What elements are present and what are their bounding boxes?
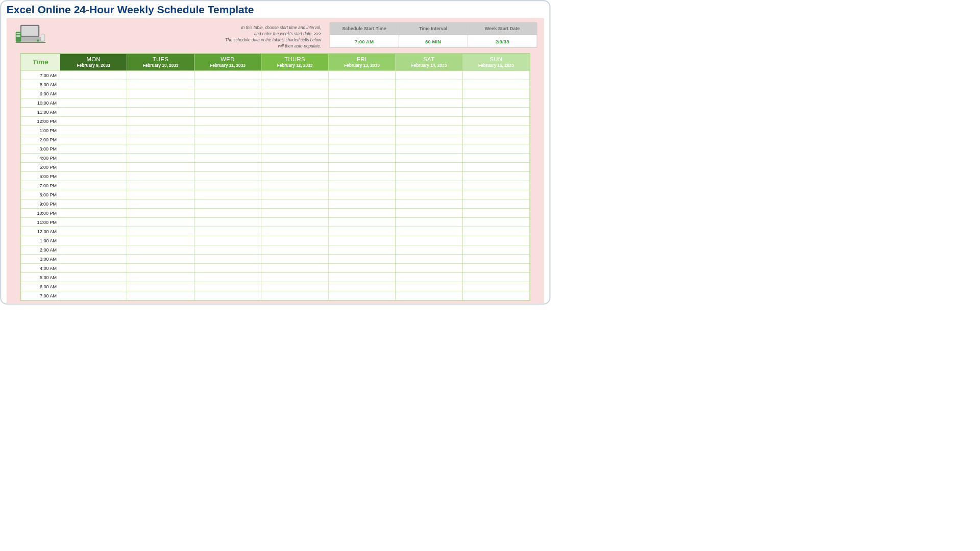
schedule-cell[interactable] xyxy=(261,171,328,181)
schedule-cell[interactable] xyxy=(60,98,127,107)
schedule-cell[interactable] xyxy=(396,227,462,236)
schedule-cell[interactable] xyxy=(261,181,328,190)
schedule-cell[interactable] xyxy=(261,98,328,107)
schedule-cell[interactable] xyxy=(396,80,462,89)
schedule-cell[interactable] xyxy=(127,254,194,263)
schedule-cell[interactable] xyxy=(396,70,462,80)
schedule-cell[interactable] xyxy=(462,153,529,162)
schedule-cell[interactable] xyxy=(127,199,194,208)
schedule-cell[interactable] xyxy=(328,254,395,263)
schedule-cell[interactable] xyxy=(60,227,127,236)
schedule-cell[interactable] xyxy=(396,217,462,227)
schedule-cell[interactable] xyxy=(60,236,127,245)
schedule-cell[interactable] xyxy=(127,80,194,89)
schedule-cell[interactable] xyxy=(328,126,395,135)
schedule-cell[interactable] xyxy=(194,171,261,181)
schedule-cell[interactable] xyxy=(261,282,328,291)
schedule-cell[interactable] xyxy=(261,245,328,254)
schedule-cell[interactable] xyxy=(328,227,395,236)
schedule-cell[interactable] xyxy=(328,245,395,254)
schedule-cell[interactable] xyxy=(60,171,127,181)
schedule-cell[interactable] xyxy=(127,263,194,272)
schedule-cell[interactable] xyxy=(261,227,328,236)
schedule-cell[interactable] xyxy=(396,144,462,153)
schedule-cell[interactable] xyxy=(60,70,127,80)
schedule-cell[interactable] xyxy=(261,116,328,126)
schedule-cell[interactable] xyxy=(127,135,194,144)
schedule-cell[interactable] xyxy=(261,107,328,116)
schedule-cell[interactable] xyxy=(462,236,529,245)
schedule-cell[interactable] xyxy=(328,217,395,227)
schedule-cell[interactable] xyxy=(396,171,462,181)
schedule-cell[interactable] xyxy=(328,80,395,89)
schedule-cell[interactable] xyxy=(194,291,261,300)
schedule-cell[interactable] xyxy=(462,116,529,126)
schedule-cell[interactable] xyxy=(462,135,529,144)
schedule-cell[interactable] xyxy=(261,135,328,144)
schedule-cell[interactable] xyxy=(396,199,462,208)
schedule-cell[interactable] xyxy=(396,190,462,199)
schedule-cell[interactable] xyxy=(194,254,261,263)
schedule-cell[interactable] xyxy=(194,116,261,126)
schedule-cell[interactable] xyxy=(60,89,127,98)
schedule-cell[interactable] xyxy=(328,116,395,126)
schedule-cell[interactable] xyxy=(194,153,261,162)
schedule-cell[interactable] xyxy=(194,245,261,254)
schedule-cell[interactable] xyxy=(396,181,462,190)
schedule-cell[interactable] xyxy=(60,217,127,227)
schedule-cell[interactable] xyxy=(328,107,395,116)
schedule-cell[interactable] xyxy=(328,153,395,162)
schedule-cell[interactable] xyxy=(194,89,261,98)
schedule-cell[interactable] xyxy=(194,190,261,199)
schedule-cell[interactable] xyxy=(60,153,127,162)
schedule-cell[interactable] xyxy=(194,98,261,107)
schedule-cell[interactable] xyxy=(261,80,328,89)
schedule-cell[interactable] xyxy=(60,272,127,282)
schedule-cell[interactable] xyxy=(462,70,529,80)
schedule-cell[interactable] xyxy=(328,208,395,217)
schedule-cell[interactable] xyxy=(127,98,194,107)
schedule-cell[interactable] xyxy=(60,181,127,190)
schedule-cell[interactable] xyxy=(127,126,194,135)
schedule-cell[interactable] xyxy=(396,126,462,135)
schedule-cell[interactable] xyxy=(462,126,529,135)
schedule-cell[interactable] xyxy=(462,263,529,272)
schedule-cell[interactable] xyxy=(127,272,194,282)
schedule-cell[interactable] xyxy=(396,282,462,291)
schedule-cell[interactable] xyxy=(261,89,328,98)
schedule-cell[interactable] xyxy=(462,208,529,217)
schedule-cell[interactable] xyxy=(194,199,261,208)
schedule-cell[interactable] xyxy=(261,254,328,263)
schedule-cell[interactable] xyxy=(396,263,462,272)
schedule-cell[interactable] xyxy=(60,80,127,89)
schedule-cell[interactable] xyxy=(396,162,462,171)
schedule-cell[interactable] xyxy=(127,70,194,80)
schedule-cell[interactable] xyxy=(328,181,395,190)
schedule-cell[interactable] xyxy=(462,144,529,153)
schedule-cell[interactable] xyxy=(396,107,462,116)
schedule-cell[interactable] xyxy=(60,199,127,208)
schedule-cell[interactable] xyxy=(194,107,261,116)
schedule-cell[interactable] xyxy=(60,126,127,135)
schedule-cell[interactable] xyxy=(261,272,328,282)
schedule-cell[interactable] xyxy=(462,245,529,254)
schedule-cell[interactable] xyxy=(127,144,194,153)
schedule-cell[interactable] xyxy=(127,245,194,254)
schedule-cell[interactable] xyxy=(261,291,328,300)
schedule-cell[interactable] xyxy=(127,236,194,245)
schedule-cell[interactable] xyxy=(127,153,194,162)
schedule-cell[interactable] xyxy=(127,162,194,171)
schedule-cell[interactable] xyxy=(60,116,127,126)
schedule-cell[interactable] xyxy=(396,208,462,217)
schedule-cell[interactable] xyxy=(60,282,127,291)
schedule-cell[interactable] xyxy=(328,89,395,98)
schedule-cell[interactable] xyxy=(462,171,529,181)
schedule-cell[interactable] xyxy=(261,199,328,208)
schedule-cell[interactable] xyxy=(328,162,395,171)
schedule-cell[interactable] xyxy=(462,254,529,263)
schedule-cell[interactable] xyxy=(462,162,529,171)
schedule-cell[interactable] xyxy=(396,135,462,144)
schedule-cell[interactable] xyxy=(194,217,261,227)
schedule-cell[interactable] xyxy=(261,153,328,162)
schedule-cell[interactable] xyxy=(261,70,328,80)
